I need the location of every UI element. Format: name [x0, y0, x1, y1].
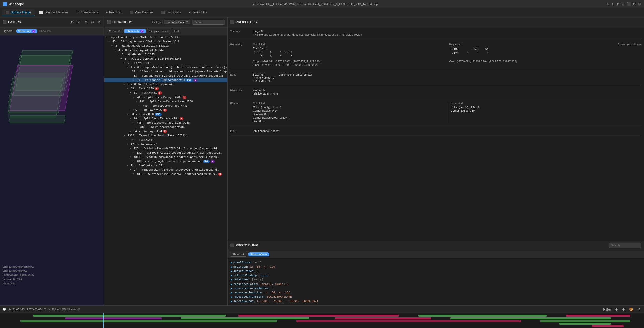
upload-icon[interactable]: ⬆: [616, 2, 619, 6]
tree-node[interactable]: ▼ 11 - ImeContainer#11: [104, 163, 227, 168]
tree-node[interactable]: ▷ 789 - SplitDecorManager#789: [104, 104, 227, 108]
grid-icon[interactable]: ⊞: [621, 2, 624, 6]
tab-jank-cujs[interactable]: ● Jank CUJs: [185, 9, 210, 16]
corner-radius-calc: Corner Radius: 0 px: [253, 109, 444, 112]
tree-node[interactable]: ▼ 6 - FullscreenMagnification:0:12#6: [104, 57, 227, 61]
tree-node[interactable]: ▼ 1914 - Transition Root: Task=46#1914: [104, 133, 227, 138]
surface-flinger-icon: ⬛: [6, 11, 9, 14]
tree-node[interactable]: ▼ 787 - SplitDecorManager#787 H: [104, 95, 227, 99]
tree-node[interactable]: ▷ 786 - SplitDecorManager#786: [104, 125, 227, 129]
timeline-filter-button[interactable]: Filter: [602, 307, 612, 312]
titlebar: Winscope sandbox-FAIL__AutoEnterPipWithS…: [0, 0, 644, 8]
timeline-zoom-in-button[interactable]: ⊕: [614, 307, 619, 312]
timeline-track-5: [1, 325, 643, 327]
tab-transitions[interactable]: ⬛ Transitions: [157, 9, 184, 16]
proto-show-defaults-button[interactable]: Show defaults: [248, 252, 269, 256]
show-only-button[interactable]: Show only V: [16, 29, 37, 33]
tree-node[interactable]: ▷ 788 - SplitDecorManagerLeash#788: [104, 99, 227, 104]
hierarchy-search[interactable]: [192, 20, 225, 25]
timeline-track-3: [1, 319, 643, 322]
layers-3d-view: [8, 40, 98, 166]
crop-req: Crop: (-9769.091, -21709.090) - (9867.27…: [449, 60, 642, 63]
timeline-zoom-out-button[interactable]: ⊖: [621, 307, 626, 312]
expand-icon[interactable]: ⊡: [638, 2, 641, 6]
layers-title: ⬛ LAYERS: [3, 20, 21, 24]
tree-node[interactable]: ▼ 81 - WallpaperWindowToken{fcfbcd7 toke…: [104, 65, 227, 69]
tab-transactions[interactable]: 〜 Transactions: [73, 9, 101, 16]
displays-dropdown[interactable]: Common Panel ▾: [164, 20, 190, 24]
badge-v: V: [193, 79, 197, 82]
z-order: z-order: 0: [253, 89, 278, 92]
tree-node[interactable]: ▷ 83 - com.android.systemui.wallpapers.I…: [104, 74, 227, 78]
tree-node[interactable]: ▼ 123 - ActivityRecord{4788c02 u0 com.go…: [104, 146, 227, 151]
tab-view-capture[interactable]: ⬛ View Capture: [126, 9, 156, 16]
timeline-toolbar: 🕐 14:31:05.013 UTC+00:00 ⏱ 1711895465013…: [0, 306, 644, 313]
tree-node[interactable]: ▼ 5 - OneHanded:0:1#45: [104, 52, 227, 57]
tab-surface-flinger[interactable]: ⬛ Surface Flinger: [2, 9, 35, 16]
tree-node[interactable]: ▼ 8 - DefaultTaskDisplayArea#8: [104, 82, 227, 86]
timeline-content[interactable]: [0, 313, 644, 328]
protolog-icon: ≡: [106, 11, 108, 14]
tree-node[interactable]: ▼ 3 - WindowedMagnification:0:31#3: [104, 44, 227, 48]
tree-node[interactable]: ▼ 7 - Leaf:0:1#7: [104, 61, 227, 65]
tree-node[interactable]: ▷ 47 - Task=1#47: [104, 138, 227, 142]
flat-button[interactable]: Flat: [172, 29, 181, 33]
ignore-button[interactable]: Ignore: [3, 29, 14, 33]
transitions-icon: ⬛: [161, 11, 165, 14]
tree-node[interactable]: ▼ 122 - Task=7#122: [104, 142, 227, 146]
timeline-ns: 171189546501390334 ns: [48, 308, 76, 311]
screenshot-icon[interactable]: ⬛: [626, 2, 631, 6]
layers-refresh-btn[interactable]: ↺: [97, 20, 102, 25]
hierarchy-title: ⬛ HIERARCHY: [107, 20, 132, 24]
timeline-clock-icon: 🕐: [3, 308, 6, 311]
timeline-color-button[interactable]: 🎨: [628, 307, 634, 312]
hierarchy-tree[interactable]: ▼ LayerTraceEntry - 2024-03-31, 14:31:05…: [104, 35, 227, 305]
copy-ns-button[interactable]: ⎘: [77, 307, 81, 312]
layers-eye-btn[interactable]: 👁: [76, 20, 82, 25]
layers-zoom-out-btn[interactable]: ⊖: [90, 20, 95, 25]
tree-node[interactable]: ▼ 97 - WindowToken{7f78b6b type=2011 and…: [104, 168, 227, 172]
layers-zoom-in-btn[interactable]: ⊕: [84, 20, 89, 25]
layers-canvas: ScreenDecorOverlayBottom#63 ScreenDecorO…: [0, 35, 104, 305]
simplify-names-button[interactable]: Simplify names: [147, 29, 171, 33]
geometry-section: Geometry Calculated Transform: 1.100 0 0: [230, 43, 641, 70]
tree-node[interactable]: ▷ 82 - 181eabf com.android.systemui.wall…: [104, 69, 227, 74]
tree-node[interactable]: ▼ 51 - Task=4#51 H: [104, 91, 227, 95]
tree-node[interactable]: ▼ LayerTraceEntry - 2024-03-31, 14:31:05…: [104, 35, 227, 39]
proto-search[interactable]: [609, 243, 641, 248]
show-diff-button[interactable]: Show diff: [107, 29, 123, 33]
tree-node[interactable]: ▼ 1887 - 77fdc4b com.google.android.apps…: [104, 155, 227, 159]
show-only-h-button[interactable]: Show only V: [124, 29, 146, 33]
layers-settings-btn[interactable]: ⚙: [70, 20, 75, 25]
displays-label: Displays:: [151, 21, 162, 24]
timeline-time: 14:31:05.013: [9, 308, 25, 311]
proto-icon: ⬛: [230, 243, 234, 247]
proto-show-diff-button[interactable]: Show diff: [230, 252, 246, 257]
tree-node-selected[interactable]: ⊡ 84 - Wallpaper BBQ wrapper#84 HWC V: [104, 78, 227, 82]
tree-node[interactable]: ⊡ 1888 - com.google.android.apps.nexusla…: [104, 159, 227, 163]
tree-node[interactable]: ▷ 132 - d886913 ActivityRecordInputSink …: [104, 151, 227, 155]
app-logo: [3, 2, 7, 6]
settings-icon[interactable]: ⚙: [633, 2, 636, 6]
timeline-reset-button[interactable]: ↺: [636, 307, 641, 312]
tree-node[interactable]: ▷ 54 - Dim layer#54 H: [104, 129, 227, 133]
tab-surface-flinger-label: Surface Flinger: [11, 11, 31, 14]
buffer-row: Buffer Size: null Frame Number: 0 Transf…: [230, 73, 641, 82]
show-only-layers-label: Show only: [39, 30, 51, 32]
input-row: Input Input channel: not set: [230, 129, 641, 132]
tree-node[interactable]: ▼ 43 - Display 0 name='Built-in Screen'#…: [104, 39, 227, 44]
tree-node[interactable]: ▼ 1895 - Surface{name=3baac60 InputMetho…: [104, 172, 227, 176]
tree-node[interactable]: ▼ 4 - HideDisplayCutout:0:1#4: [104, 48, 227, 52]
download-icon[interactable]: ⬇: [611, 2, 614, 6]
edit-icon[interactable]: ✎: [606, 2, 609, 6]
corner-radius-crop: Corner Radius Crop: (empty): [253, 116, 444, 119]
tree-node[interactable]: ▼ 49 - Task=2#49 H: [104, 86, 227, 91]
tab-window-manager[interactable]: ⬜ Window Manager: [36, 9, 71, 16]
tree-node[interactable]: ▼ 784 - SplitDecorManager#784 H: [104, 116, 227, 121]
tab-protolog[interactable]: ≡ ProtoLog: [102, 9, 125, 16]
tree-node[interactable]: ▷ 785 - SplitDecorManagerLeash#785: [104, 121, 227, 125]
buffer-transform: Transform: null: [253, 79, 274, 82]
tree-node[interactable]: ▷ 55 - Dim layer#55 H: [104, 108, 227, 112]
visibility-flags: Flags: 0: [253, 30, 362, 33]
tree-node[interactable]: ▼ 50 - Task=3#50 HWC: [104, 112, 227, 116]
